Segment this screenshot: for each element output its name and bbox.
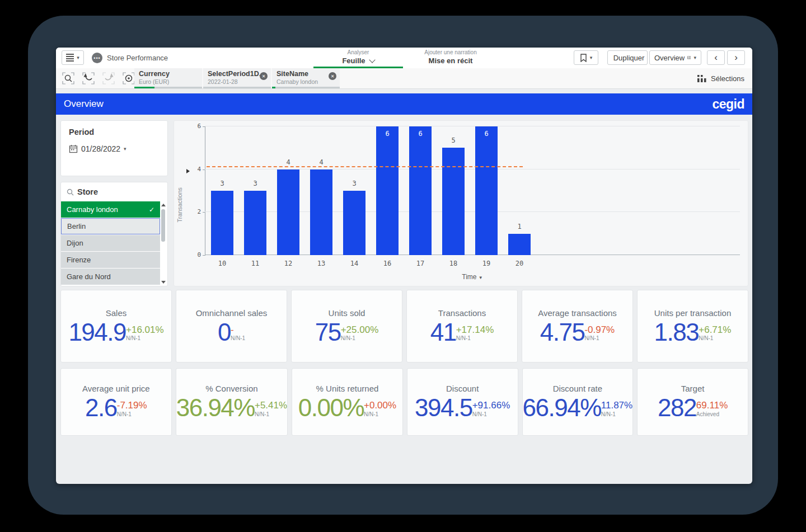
store-scrollbar[interactable]	[161, 203, 166, 285]
kpi-comparison-label: N/N-1	[364, 411, 378, 417]
period-value: 01/28/2022	[81, 144, 120, 153]
filter-chip[interactable]: SelectPeriod1D...2022-01-28✕	[203, 68, 271, 88]
selections-tool-button[interactable]: Sélections	[697, 68, 744, 88]
kpi-card--units-returned[interactable]: % Units returned0.00%+0.00%N/N-1	[292, 368, 403, 436]
average-reference-line	[207, 166, 523, 167]
store-list-item[interactable]: Gare du Nord	[61, 269, 160, 285]
bookmark-button[interactable]: ▾	[574, 50, 598, 65]
previous-sheet-button[interactable]: ‹	[707, 50, 725, 65]
kpi-card-transactions[interactable]: Transactions41+17.14%N/N-1	[406, 290, 518, 362]
scroll-up-icon[interactable]	[161, 204, 166, 206]
kpi-title: Average unit price	[82, 384, 150, 393]
kpi-card-average-transactions[interactable]: Average transactions4.75-0.97%N/N-1	[522, 290, 633, 362]
analyser-tab[interactable]: Analyser Feuille	[319, 49, 397, 65]
kpi-card-target[interactable]: Target28269.11%Achieved	[637, 368, 748, 436]
kpi-row-1: Sales194.9+16.01%N/N-1Omnichannel sales0…	[60, 290, 748, 362]
x-tick-label: 12	[277, 260, 299, 267]
kpi-delta: +0.00%	[364, 401, 396, 411]
kpi-value: 194.9	[68, 320, 126, 345]
step-back-button[interactable]	[82, 72, 95, 85]
next-sheet-button[interactable]: ›	[727, 50, 745, 65]
transactions-bar-chart[interactable]: Transactions 3344366561 0246 10111213141…	[174, 120, 748, 286]
narration-tab[interactable]: Ajouter une narration Mise en récit	[403, 49, 498, 65]
kpi-card-units-per-transaction[interactable]: Units per transaction1.83+6.71%N/N-1	[637, 290, 748, 362]
selection-chips: CurrencyEuro (EUR)SelectPeriod1D...2022-…	[134, 68, 340, 88]
step-forward-button[interactable]	[102, 72, 115, 85]
scroll-down-icon[interactable]	[161, 281, 166, 284]
filter-chip-field: Currency	[139, 70, 198, 78]
chevron-down-icon: ▾	[124, 146, 126, 152]
kpi-delta: +91.66%	[472, 401, 510, 411]
kpi-card-discount[interactable]: Discount394.5+91.66%N/N-1	[407, 368, 518, 436]
bar-10[interactable]	[211, 191, 233, 255]
bar-16[interactable]	[376, 126, 399, 255]
store-list-item[interactable]: Carnaby london✓	[61, 201, 160, 218]
bar-value-label: 6	[409, 130, 432, 138]
bar-11[interactable]	[244, 191, 266, 255]
kpi-card-sales[interactable]: Sales194.9+16.01%N/N-1	[60, 290, 172, 362]
kpi-card--conversion[interactable]: % Conversion36.94%+5.41%N/N-1	[176, 368, 288, 436]
kpi-delta: -	[231, 325, 234, 336]
store-item-label: Firenze	[67, 256, 91, 264]
filter-chip[interactable]: CurrencyEuro (EUR)	[134, 68, 202, 88]
bar-17[interactable]	[409, 126, 432, 255]
store-list-item[interactable]: Berlin	[61, 218, 160, 234]
store-filter-card: Store Carnaby london✓BerlinDijonFirenzeG…	[60, 182, 168, 286]
x-axis-title[interactable]: Time ▼	[205, 273, 740, 281]
store-list-item[interactable]: Firenze	[61, 252, 160, 268]
filter-chip-field: SelectPeriod1D...	[208, 70, 266, 78]
sheet-selector-button[interactable]: Overview ▾	[649, 50, 701, 65]
bar-value-label: 3	[343, 180, 365, 187]
store-list-item[interactable]: Dijon	[61, 235, 160, 251]
chevron-down-icon: ▾	[77, 55, 79, 60]
sheet-title: Overview	[64, 98, 104, 110]
kpi-value: 282	[658, 396, 696, 420]
clear-filter-icon[interactable]: ✕	[260, 72, 268, 80]
clear-filter-icon[interactable]: ✕	[329, 72, 336, 80]
narration-label: Ajouter une narration	[403, 49, 498, 57]
kpi-title: Sales	[106, 308, 127, 318]
kpi-card-omnichannel-sales[interactable]: Omnichannel sales0-N/N-1	[176, 290, 287, 362]
kpi-title: Discount	[446, 384, 479, 393]
kpi-value: 0	[218, 320, 231, 345]
period-filter-card: Period 01/28/2022 ▾	[60, 120, 168, 176]
analyser-value: Feuille	[342, 57, 365, 65]
bar-18[interactable]	[442, 148, 465, 255]
clear-selections-button[interactable]	[122, 72, 135, 85]
bar-13[interactable]	[310, 170, 332, 255]
kpi-comparison-label: N/N-1	[255, 411, 269, 417]
kpi-card-average-unit-price[interactable]: Average unit price2.6-7.19%N/N-1	[60, 368, 172, 436]
kpi-delta: -7.19%	[117, 401, 147, 411]
kpi-comparison-label: N/N-1	[601, 411, 616, 417]
filter-chip-field: SiteName	[277, 70, 335, 78]
store-list: Carnaby london✓BerlinDijonFirenzeGare du…	[61, 201, 160, 286]
scrollbar-thumb[interactable]	[161, 209, 165, 242]
global-menu-button[interactable]: ▾	[62, 50, 84, 65]
duplicate-button[interactable]: Dupliquer	[607, 50, 648, 65]
app-options-icon[interactable]: •••	[92, 53, 102, 63]
period-date-picker[interactable]: 01/28/2022 ▾	[69, 144, 160, 153]
kpi-comparison-label: N/N-1	[126, 335, 140, 341]
kpi-value: 394.5	[415, 396, 472, 420]
kpi-title: Transactions	[438, 308, 486, 318]
filter-chip[interactable]: SiteNameCarnaby london✕	[272, 68, 340, 88]
bar-19[interactable]	[475, 126, 498, 255]
store-search[interactable]: Store	[61, 182, 167, 200]
filter-chip-value: Carnaby london	[277, 78, 335, 85]
bar-20[interactable]	[508, 234, 531, 255]
kpi-value: 75	[315, 320, 341, 345]
kpi-comparison-label: N/N-1	[456, 335, 471, 341]
bar-14[interactable]	[343, 191, 365, 255]
duplicate-label: Dupliquer	[613, 54, 645, 62]
bar-12[interactable]	[277, 170, 299, 255]
kpi-delta: +5.41%	[255, 401, 287, 411]
smart-search-button[interactable]	[62, 72, 75, 85]
x-tick-label: 20	[508, 260, 531, 267]
bar-value-label: 3	[244, 180, 266, 187]
kpi-title: % Units returned	[316, 384, 379, 393]
kpi-card-discount-rate[interactable]: Discount rate66.94%11.87%N/N-1	[522, 368, 634, 436]
kpi-card-units-sold[interactable]: Units sold75+25.00%N/N-1	[291, 290, 402, 362]
kpi-value: 41	[430, 320, 456, 345]
x-tick-label: 14	[343, 260, 365, 267]
x-axis-labels: 10111213141617181920	[205, 260, 740, 269]
